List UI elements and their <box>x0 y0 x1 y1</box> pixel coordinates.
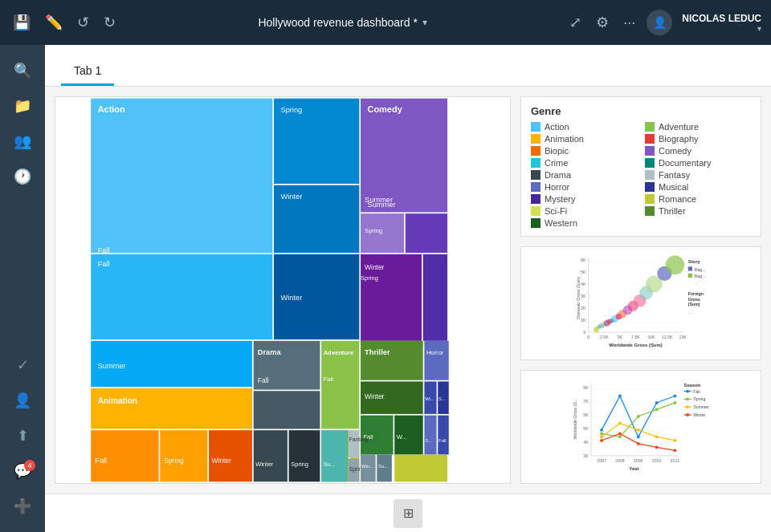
svg-point-102 <box>686 413 689 416</box>
legend-item-label: Biopic <box>545 146 569 156</box>
dashboard-title: Hollywood revenue dashboard * ▾ <box>258 16 426 29</box>
sidebar-item-history[interactable]: 🕐 <box>6 160 39 193</box>
treemap-cell-animation[interactable] <box>91 388 252 429</box>
sidebar-item-add[interactable]: ➕ <box>6 490 39 522</box>
sidebar-item-person[interactable]: 👤 <box>6 384 39 416</box>
legend-item: Thriller <box>645 206 751 216</box>
legend-item-label: Sci-Fi <box>545 206 567 216</box>
expand-icon[interactable]: ⤢ <box>566 10 585 35</box>
treemap-cell-fantasy[interactable] <box>349 430 360 457</box>
treemap-cell-comedy-sub[interactable] <box>406 213 447 253</box>
treemap-cell-horror[interactable] <box>424 341 448 380</box>
svg-point-72 <box>655 401 659 404</box>
sidebar-item-files[interactable]: 📁 <box>6 90 39 122</box>
treemap-cell-drama-winter[interactable] <box>254 430 288 481</box>
svg-text:8K: 8K <box>583 385 589 390</box>
more-icon[interactable]: ··· <box>620 11 638 35</box>
legend-color-swatch <box>645 146 655 156</box>
treemap-cell-romance-main[interactable] <box>394 455 447 482</box>
treemap-label-adventure: Adventure <box>324 349 353 356</box>
page-layout-button[interactable]: ⊞ <box>394 499 422 528</box>
svg-point-85 <box>618 433 622 436</box>
treemap-label-thriller: Thriller <box>365 348 390 356</box>
sidebar-item-messages[interactable]: 💬 4 <box>6 455 39 487</box>
treemap-label-adv-fall: Fall <box>324 376 334 383</box>
legend-color-swatch <box>531 182 541 192</box>
legend-color-swatch <box>645 122 655 132</box>
treemap-cell-su[interactable] <box>321 430 347 481</box>
treemap-cell-horror-fall2[interactable] <box>438 416 449 455</box>
undo-icon[interactable]: ↺ <box>74 10 92 35</box>
legend-item-label: Musical <box>659 182 688 192</box>
dashboard-content: Action Fall Fall Spring Winter Winter <box>45 87 771 493</box>
content-area: Tab 1 Action Fall Fall Spring <box>45 45 771 532</box>
svg-rect-44 <box>688 274 692 278</box>
treemap-cell-comedy-fall[interactable] <box>423 254 447 341</box>
svg-text:6K: 6K <box>583 412 589 417</box>
treemap-label-anim-spring: Spring <box>164 457 184 465</box>
legend-item-label: Crime <box>545 158 568 168</box>
filter-icon[interactable]: ⚙ <box>593 10 612 35</box>
svg-point-79 <box>600 435 603 438</box>
svg-point-88 <box>673 449 676 452</box>
svg-point-82 <box>655 435 659 438</box>
treemap-label-action-summer: Summer <box>98 362 126 370</box>
legend-title: Genre <box>531 105 751 117</box>
treemap-cell-action[interactable] <box>91 99 272 253</box>
svg-point-78 <box>673 401 676 404</box>
legend-color-swatch <box>645 206 655 216</box>
treemap-label-comedy-spring: Spring <box>365 227 382 234</box>
tab-1[interactable]: Tab 1 <box>61 45 114 86</box>
treemap-label-drama-spring2: Spring <box>291 461 308 468</box>
treemap-cell-drama-fall[interactable] <box>254 391 320 428</box>
svg-text:Winter: Winter <box>693 412 705 417</box>
svg-text:4K: 4K <box>583 440 589 445</box>
edit-icon[interactable]: ✏️ <box>42 10 66 35</box>
svg-text:Story: Story <box>688 259 701 264</box>
user-section: 👤 NICOLAS LEDUC ▾ <box>647 10 761 35</box>
svg-text:(Sum): (Sum) <box>688 302 700 307</box>
legend-color-swatch <box>645 158 655 168</box>
legend-color-swatch <box>531 158 541 168</box>
tab-1-label: Tab 1 <box>74 64 101 77</box>
legend-item-label: Biography <box>659 134 699 144</box>
legend-color-swatch <box>531 218 541 228</box>
treemap-label-comedy-summer: Summer <box>365 196 393 204</box>
legend-item-label: Romance <box>659 194 696 204</box>
sidebar-item-check[interactable]: ✓ <box>6 349 39 381</box>
sidebar-item-upload[interactable]: ⬆ <box>6 420 39 452</box>
user-info: NICOLAS LEDUC ▾ <box>682 13 761 33</box>
title-dropdown-arrow[interactable]: ▾ <box>422 17 427 28</box>
treemap-cell-drama-spring[interactable] <box>289 430 320 481</box>
user-dropdown-arrow[interactable]: ▾ <box>757 24 761 33</box>
legend-color-swatch <box>531 134 541 144</box>
svg-text:...: ... <box>688 310 691 315</box>
treemap-label-horror-fall2: Fall <box>439 438 447 443</box>
legend-color-swatch <box>645 170 655 180</box>
sidebar-item-search[interactable]: 🔍 <box>6 55 39 87</box>
svg-point-38 <box>666 256 684 274</box>
treemap-label-drama-winter: Winter <box>255 461 273 468</box>
legend-item: Crime <box>531 158 637 168</box>
svg-text:Domestic Gross (Sum): Domestic Gross (Sum) <box>576 277 581 319</box>
legend-item: Biopic <box>531 146 637 156</box>
save-icon[interactable]: 💾 <box>10 10 34 35</box>
treemap-label-fall: Fall <box>98 246 110 254</box>
treemap-label-comedy: Comedy <box>367 104 402 114</box>
treemap-label-win: Win... <box>361 464 373 469</box>
toolbar: 💾 ✏️ ↺ ↻ Hollywood revenue dashboard * ▾… <box>0 0 771 45</box>
svg-text:Year: Year <box>629 466 639 471</box>
svg-text:...: ... <box>695 281 698 286</box>
treemap-label-horror: Horror <box>426 349 444 356</box>
sidebar-item-users[interactable]: 👥 <box>6 125 39 157</box>
svg-text:4K: 4K <box>581 282 586 286</box>
treemap-cell-horror-s2[interactable] <box>424 416 436 455</box>
svg-text:2008: 2008 <box>615 458 625 463</box>
treemap-cell-action-fall[interactable] <box>91 254 272 339</box>
treemap-label-drama: Drama <box>258 348 282 356</box>
redo-icon[interactable]: ↻ <box>100 10 119 35</box>
bottom-bar: ⊞ <box>45 493 771 532</box>
legend-item: Drama <box>531 170 637 180</box>
svg-text:3K: 3K <box>581 294 586 298</box>
treemap-cell-thriller[interactable] <box>361 341 423 380</box>
